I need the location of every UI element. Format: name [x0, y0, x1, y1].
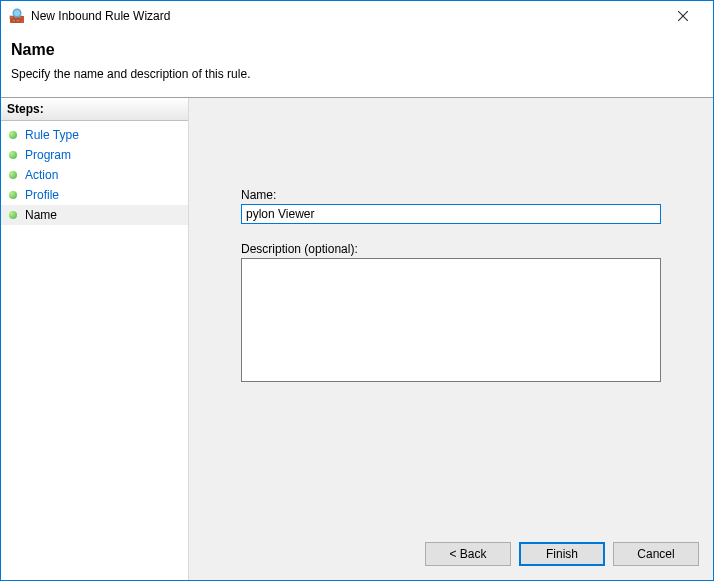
svg-rect-4	[12, 19, 16, 22]
content-panel: Name: Description (optional): < Back Fin…	[189, 98, 713, 580]
step-label: Action	[25, 168, 58, 182]
svg-point-7	[14, 10, 20, 16]
window-title: New Inbound Rule Wizard	[31, 9, 661, 23]
bullet-icon	[9, 191, 17, 199]
back-button[interactable]: < Back	[425, 542, 511, 566]
page-title: Name	[11, 41, 703, 59]
step-rule-type[interactable]: Rule Type	[1, 125, 188, 145]
close-button[interactable]	[661, 2, 705, 30]
bullet-icon	[9, 131, 17, 139]
bullet-icon	[9, 171, 17, 179]
step-label: Profile	[25, 188, 59, 202]
step-program[interactable]: Program	[1, 145, 188, 165]
page-subtitle: Specify the name and description of this…	[11, 67, 703, 81]
steps-list: Rule Type Program Action Profile Name	[1, 121, 188, 229]
step-profile[interactable]: Profile	[1, 185, 188, 205]
step-label: Name	[25, 208, 57, 222]
wizard-window: New Inbound Rule Wizard Name Specify the…	[0, 0, 714, 581]
form-area: Name: Description (optional):	[189, 98, 713, 532]
svg-rect-5	[16, 19, 20, 22]
description-label: Description (optional):	[241, 242, 683, 256]
close-icon	[678, 11, 688, 21]
finish-button[interactable]: Finish	[519, 542, 605, 566]
button-row: < Back Finish Cancel	[189, 532, 713, 580]
steps-panel: Steps: Rule Type Program Action Profile	[1, 98, 189, 580]
cancel-button[interactable]: Cancel	[613, 542, 699, 566]
bullet-icon	[9, 151, 17, 159]
firewall-icon	[9, 8, 25, 24]
name-input[interactable]	[241, 204, 661, 224]
titlebar: New Inbound Rule Wizard	[1, 1, 713, 31]
step-name[interactable]: Name	[1, 205, 188, 225]
svg-rect-1	[10, 16, 14, 19]
bullet-icon	[9, 211, 17, 219]
description-input[interactable]	[241, 258, 661, 382]
wizard-body: Steps: Rule Type Program Action Profile	[1, 97, 713, 580]
step-label: Program	[25, 148, 71, 162]
step-label: Rule Type	[25, 128, 79, 142]
wizard-header: Name Specify the name and description of…	[1, 31, 713, 97]
name-label: Name:	[241, 188, 683, 202]
step-action[interactable]: Action	[1, 165, 188, 185]
steps-heading: Steps:	[1, 98, 188, 121]
